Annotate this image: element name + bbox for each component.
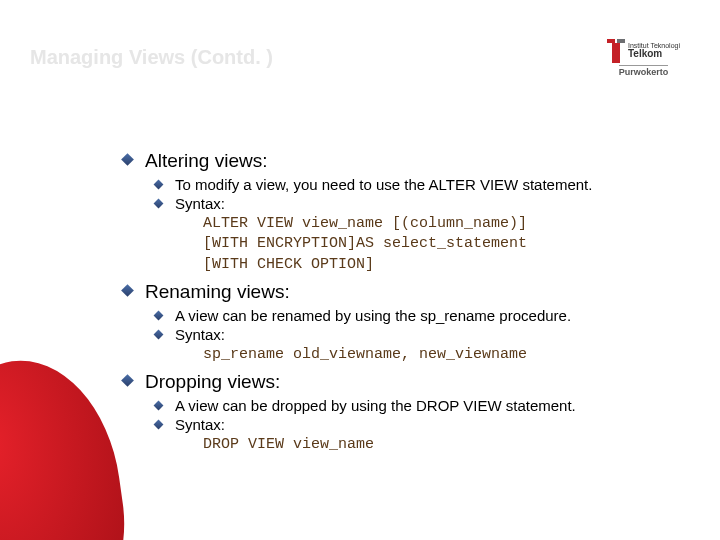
bullet-item: To modify a view, you need to use the AL… (145, 176, 690, 193)
code-block: sp_rename old_viewname, new_viewname (203, 345, 690, 365)
logo-text: Institut Teknologi Telkom (628, 42, 680, 60)
section-heading: Renaming views: (145, 281, 290, 302)
section-altering: Altering views: To modify a view, you ne… (115, 150, 690, 275)
code-block: DROP VIEW view_name (203, 435, 690, 455)
logo-mark-icon (607, 39, 625, 63)
code-block: ALTER VIEW view_name [(column_name)] [WI… (203, 214, 690, 275)
bullet-item: Syntax: (145, 195, 690, 212)
logo-sub: Purwokerto (619, 65, 669, 77)
bullet-item: A view can be dropped by using the DROP … (145, 397, 690, 414)
slide-header: Managing Views (Contd. ) Institut Teknol… (0, 0, 720, 115)
bullet-item: Syntax: (145, 416, 690, 433)
bullet-item: Syntax: (145, 326, 690, 343)
section-renaming: Renaming views: A view can be renamed by… (115, 281, 690, 365)
section-heading: Altering views: (145, 150, 268, 171)
logo: Institut Teknologi Telkom Purwokerto (607, 39, 680, 77)
slide-content: Altering views: To modify a view, you ne… (115, 150, 690, 461)
bullet-item: A view can be renamed by using the sp_re… (145, 307, 690, 324)
slide-title: Managing Views (Contd. ) (30, 46, 273, 69)
section-dropping: Dropping views: A view can be dropped by… (115, 371, 690, 455)
logo-line2: Telkom (628, 49, 680, 60)
section-heading: Dropping views: (145, 371, 280, 392)
